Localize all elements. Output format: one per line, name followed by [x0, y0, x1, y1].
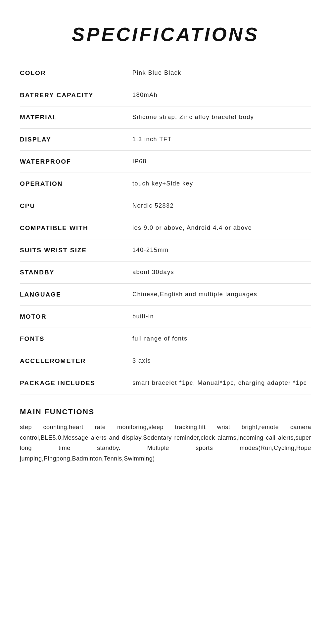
table-row: MATERIALSilicone strap, Zinc alloy brace… — [20, 106, 311, 129]
table-row: COMPATIBLE WITHios 9.0 or above, Android… — [20, 217, 311, 239]
table-row: WATERPROOFIP68 — [20, 151, 311, 173]
spec-value: built-in — [113, 306, 311, 328]
table-row: DISPLAY1.3 inch TFT — [20, 129, 311, 151]
spec-label: MATERIAL — [20, 106, 113, 129]
spec-value: 1.3 inch TFT — [113, 129, 311, 151]
table-row: CPUNordic 52832 — [20, 195, 311, 217]
table-row: FONTSfull range of fonts — [20, 328, 311, 350]
spec-value: 140-215mm — [113, 239, 311, 262]
spec-label: BATRERY CAPACITY — [20, 84, 113, 106]
spec-label: SUITS WRIST SIZE — [20, 239, 113, 262]
spec-value: about 30days — [113, 262, 311, 284]
spec-value: touch key+Side key — [113, 173, 311, 195]
spec-value: Silicone strap, Zinc alloy bracelet body — [113, 106, 311, 129]
spec-label: MOTOR — [20, 306, 113, 328]
spec-value: ios 9.0 or above, Android 4.4 or above — [113, 217, 311, 239]
spec-value: Chinese,English and multiple languages — [113, 284, 311, 306]
table-row: BATRERY CAPACITY180mAh — [20, 84, 311, 106]
main-functions-heading: MAIN FUNCTIONS — [20, 408, 311, 416]
spec-label: COMPATIBLE WITH — [20, 217, 113, 239]
spec-label: ACCELEROMETER — [20, 350, 113, 372]
main-functions-text: step counting,heart rate monitoring,slee… — [20, 422, 311, 464]
table-row: SUITS WRIST SIZE140-215mm — [20, 239, 311, 262]
spec-value: full range of fonts — [113, 328, 311, 350]
table-row: OPERATIONtouch key+Side key — [20, 173, 311, 195]
spec-label: STANDBY — [20, 262, 113, 284]
page-title: SPECIFICATIONS — [20, 23, 311, 45]
spec-value: IP68 — [113, 151, 311, 173]
spec-label: CPU — [20, 195, 113, 217]
main-functions-section: MAIN FUNCTIONS step counting,heart rate … — [20, 408, 311, 464]
spec-label: FONTS — [20, 328, 113, 350]
spec-value: Nordic 52832 — [113, 195, 311, 217]
spec-label: PACKAGE INCLUDES — [20, 372, 113, 394]
table-row: STANDBYabout 30days — [20, 262, 311, 284]
spec-value: smart bracelet *1pc, Manual*1pc, chargin… — [113, 372, 311, 394]
table-row: COLORPink Blue Black — [20, 62, 311, 84]
spec-value: 3 axis — [113, 350, 311, 372]
table-row: PACKAGE INCLUDESsmart bracelet *1pc, Man… — [20, 372, 311, 394]
spec-label: DISPLAY — [20, 129, 113, 151]
spec-label: OPERATION — [20, 173, 113, 195]
table-row: LANGUAGEChinese,English and multiple lan… — [20, 284, 311, 306]
spec-label: WATERPROOF — [20, 151, 113, 173]
spec-value: 180mAh — [113, 84, 311, 106]
spec-value: Pink Blue Black — [113, 62, 311, 84]
table-row: MOTORbuilt-in — [20, 306, 311, 328]
specs-table: COLORPink Blue BlackBATRERY CAPACITY180m… — [20, 62, 311, 394]
spec-label: COLOR — [20, 62, 113, 84]
table-row: ACCELEROMETER3 axis — [20, 350, 311, 372]
spec-label: LANGUAGE — [20, 284, 113, 306]
